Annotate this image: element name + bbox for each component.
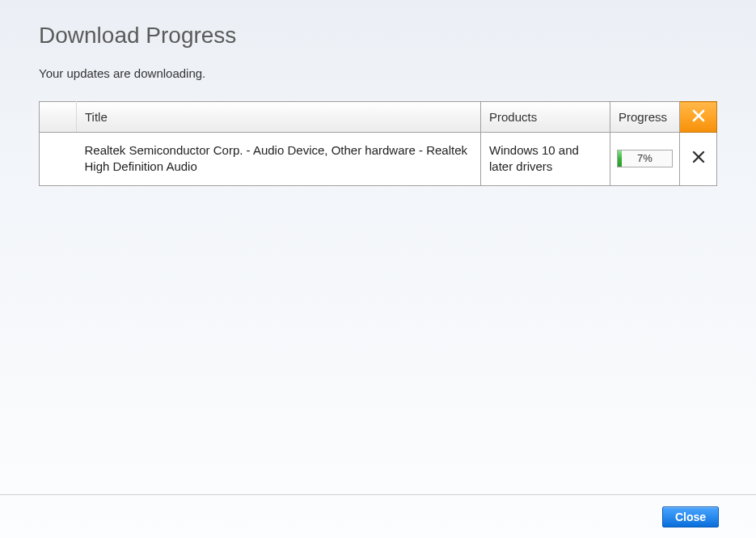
col-header-products: Products <box>481 102 610 133</box>
row-spacer <box>40 133 77 186</box>
col-header-spacer <box>40 102 77 133</box>
downloads-table: Title Products Progress Realtek Semicond… <box>39 101 717 186</box>
footer: Close <box>0 494 756 538</box>
cancel-all-button[interactable] <box>680 102 717 133</box>
row-progress-cell: 7% <box>610 133 680 186</box>
close-icon <box>691 150 706 164</box>
row-title: Realtek Semiconductor Corp. - Audio Devi… <box>77 133 481 186</box>
close-button[interactable]: Close <box>662 506 719 527</box>
progress-label: 7% <box>618 151 672 166</box>
cancel-row-button[interactable] <box>680 133 717 186</box>
status-text: Your updates are downloading. <box>39 66 717 80</box>
table-row: Realtek Semiconductor Corp. - Audio Devi… <box>40 133 717 186</box>
progress-bar: 7% <box>617 150 673 167</box>
page-title: Download Progress <box>39 23 717 49</box>
col-header-progress: Progress <box>610 102 680 133</box>
row-products: Windows 10 and later drivers <box>481 133 610 186</box>
close-icon <box>691 108 706 123</box>
col-header-title: Title <box>77 102 481 133</box>
